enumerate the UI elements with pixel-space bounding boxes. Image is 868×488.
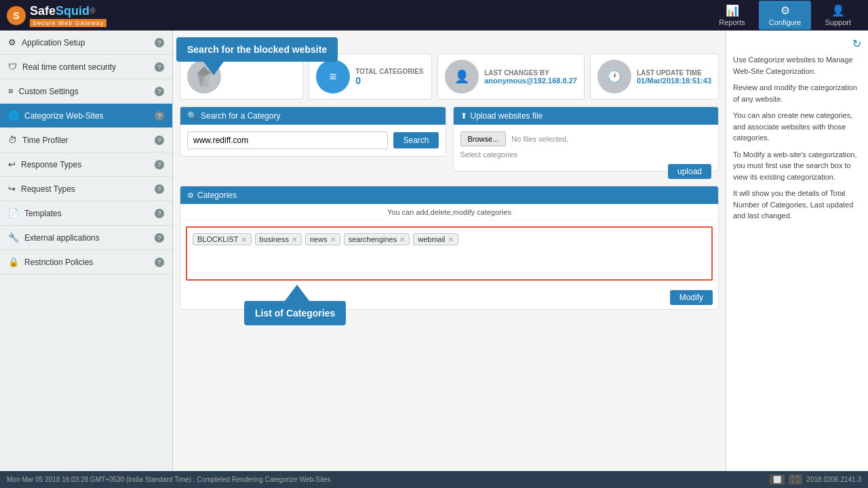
reports-icon: 📊 bbox=[726, 4, 739, 17]
external-apps-icon: 🔧 bbox=[8, 232, 19, 243]
sidebar-item-custom-settings[interactable]: ≡ Custom Settings ? bbox=[0, 79, 172, 104]
sidebar-item-label: Templates bbox=[24, 209, 62, 218]
upload-icon: ⬆ bbox=[460, 111, 467, 121]
tag-remove-business[interactable]: ✕ bbox=[292, 236, 297, 243]
search-body: Search bbox=[180, 125, 446, 156]
response-types-icon: ↩ bbox=[8, 159, 16, 169]
sidebar-item-request-types[interactable]: ↪ Request Types ? bbox=[0, 177, 172, 201]
total-categories-value: 0 bbox=[355, 75, 425, 86]
sidebar-item-categorize-web-sites[interactable]: 🌐 Categorize Web-Sites ? bbox=[0, 104, 172, 128]
sidebar-item-response-types[interactable]: ↩ Response Types ? bbox=[0, 152, 172, 177]
right-panel-line5: It will show you the details of Total Nu… bbox=[733, 188, 861, 222]
tag-remove-news[interactable]: ✕ bbox=[330, 236, 336, 243]
logo-squid: Squid bbox=[56, 4, 90, 18]
upload-section-title: Upload websites file bbox=[471, 111, 543, 121]
total-categories-icon: ≡ bbox=[316, 60, 350, 94]
sidebar-item-restriction-policies[interactable]: 🔒 Restriction Policies ? bbox=[0, 250, 172, 274]
help-icon-4: ? bbox=[155, 136, 164, 145]
templates-icon: 📄 bbox=[8, 208, 19, 218]
sidebar-item-application-setup[interactable]: ⚙ Application Setup ? bbox=[0, 30, 172, 55]
tag-remove-searchengines[interactable]: ✕ bbox=[399, 236, 405, 243]
upload-body: Browse... No files selected. Select cate… bbox=[454, 125, 719, 171]
search-column: 🔍 Search for a Category Search bbox=[180, 106, 446, 179]
reports-label: Reports bbox=[719, 18, 745, 26]
total-categories-label: TOTAL CATEGORIES bbox=[355, 68, 425, 75]
upload-column: ⬆ Upload websites file Browse... No file… bbox=[453, 106, 719, 179]
status-bar: Mon Mar 05 2018 16:03:28 GMT+0530 (India… bbox=[0, 471, 868, 488]
last-update-icon: 🕐 bbox=[597, 60, 631, 94]
tag-label-news: news bbox=[310, 235, 328, 243]
main-layout: ⚙ Application Setup ? 🛡 Real time conten… bbox=[0, 30, 868, 471]
tag-label-webmail: webmail bbox=[418, 235, 445, 243]
right-panel-line3: You can also create new categories, and … bbox=[733, 110, 861, 144]
screenshot-icon[interactable]: ⬜ bbox=[770, 474, 785, 485]
categories-globe-icon bbox=[187, 60, 221, 94]
last-update-value: 01/Mar/2018:18:51:43 bbox=[637, 77, 711, 85]
tag-webmail: webmail ✕ bbox=[413, 233, 458, 245]
tag-label-blocklist: BLOCKLIST bbox=[197, 235, 239, 243]
tag-remove-webmail[interactable]: ✕ bbox=[448, 236, 454, 243]
sidebar-item-label: Restriction Policies bbox=[24, 258, 93, 267]
help-icon-1: ? bbox=[155, 62, 164, 72]
help-icon-9: ? bbox=[155, 258, 164, 267]
search-upload-row: 🔍 Search for a Category Search ⬆ Upload … bbox=[180, 106, 719, 179]
categories-section-title: Categories bbox=[197, 190, 237, 200]
status-text: Mon Mar 05 2018 16:03:28 GMT+0530 (India… bbox=[7, 476, 331, 483]
refresh-icon[interactable]: ↻ bbox=[852, 37, 861, 50]
configure-icon: ⚙ bbox=[781, 4, 790, 17]
configure-button[interactable]: ⚙ Configure bbox=[759, 1, 812, 30]
upload-button[interactable]: upload bbox=[668, 164, 711, 179]
refresh-row: ↻ bbox=[733, 37, 861, 50]
browse-row: Browse... No files selected. bbox=[460, 131, 712, 146]
logo-text: SafeSquid® Secure Web Gateway bbox=[30, 4, 106, 27]
modify-button[interactable]: Modify bbox=[670, 290, 713, 305]
application-setup-icon: ⚙ bbox=[8, 37, 16, 47]
sidebar-item-label: Response Types bbox=[21, 160, 81, 169]
help-icon-8: ? bbox=[155, 233, 164, 243]
right-panel-line2: Review and modify the categorization of … bbox=[733, 82, 861, 104]
real-time-icon: 🛡 bbox=[8, 62, 17, 72]
upload-section: ⬆ Upload websites file Browse... No file… bbox=[453, 106, 719, 171]
fullscreen-icon[interactable]: ⛶ bbox=[789, 474, 802, 485]
sidebar-item-label: Time Profiler bbox=[22, 136, 68, 145]
help-icon-6: ? bbox=[155, 184, 164, 194]
request-types-icon: ↪ bbox=[8, 184, 16, 194]
stat-last-update: 🕐 LAST UPDATE TIME 01/Mar/2018:18:51:43 bbox=[590, 54, 719, 100]
no-file-text: No files selected. bbox=[511, 135, 568, 143]
logo-safe: Safe bbox=[30, 4, 56, 18]
nav-buttons: 📊 Reports ⚙ Configure 👤 Support bbox=[709, 1, 861, 30]
search-button[interactable]: Search bbox=[393, 132, 438, 148]
support-button[interactable]: 👤 Support bbox=[814, 1, 861, 30]
tag-searchengines: searchengines ✕ bbox=[344, 233, 410, 245]
last-changes-icon: 👤 bbox=[445, 60, 479, 94]
sidebar-item-external-applications[interactable]: 🔧 External applications ? bbox=[0, 226, 172, 250]
help-icon-2: ? bbox=[155, 87, 164, 96]
version-text: 2018.0206.2141.3 bbox=[806, 476, 861, 483]
help-icon-5: ? bbox=[155, 160, 164, 169]
tag-remove-blocklist[interactable]: ✕ bbox=[241, 236, 247, 243]
help-icon-3: ? bbox=[155, 111, 164, 121]
sidebar: ⚙ Application Setup ? 🛡 Real time conten… bbox=[0, 30, 173, 471]
stat-total-categories: ≡ TOTAL CATEGORIES 0 bbox=[309, 54, 432, 100]
stat-last-changes: 👤 LAST CHANGES BY anonymous@192.168.0.27 bbox=[437, 54, 585, 100]
main-content: CATEGORY EDITOR ≡ TOTAL CATEG bbox=[173, 30, 726, 471]
sidebar-item-label: Request Types bbox=[21, 184, 75, 194]
search-section-title: Search for a Category bbox=[201, 111, 280, 121]
right-panel-line4: To Modify a web-site's categorization, y… bbox=[733, 149, 861, 183]
sidebar-item-templates[interactable]: 📄 Templates ? bbox=[0, 201, 172, 226]
sidebar-item-time-profiler[interactable]: ⏱ Time Profiler ? bbox=[0, 128, 172, 152]
search-input[interactable] bbox=[187, 131, 388, 149]
logo-icon: S bbox=[7, 6, 26, 25]
tag-label-searchengines: searchengines bbox=[349, 235, 397, 243]
tag-business: business ✕ bbox=[255, 233, 302, 245]
sidebar-item-real-time-content[interactable]: 🛡 Real time content security ? bbox=[0, 55, 172, 79]
sidebar-item-label: External applications bbox=[24, 233, 100, 243]
reports-button[interactable]: 📊 Reports bbox=[709, 1, 755, 30]
categories-section: ⚙ Categories You can add,delete,modify c… bbox=[180, 186, 719, 310]
help-icon-0: ? bbox=[155, 38, 164, 47]
categories-header-icon: ⚙ bbox=[187, 191, 194, 200]
restriction-policies-icon: 🔒 bbox=[8, 257, 19, 267]
configure-label: Configure bbox=[769, 18, 802, 26]
browse-button[interactable]: Browse... bbox=[460, 131, 507, 146]
tag-label-business: business bbox=[260, 235, 289, 243]
